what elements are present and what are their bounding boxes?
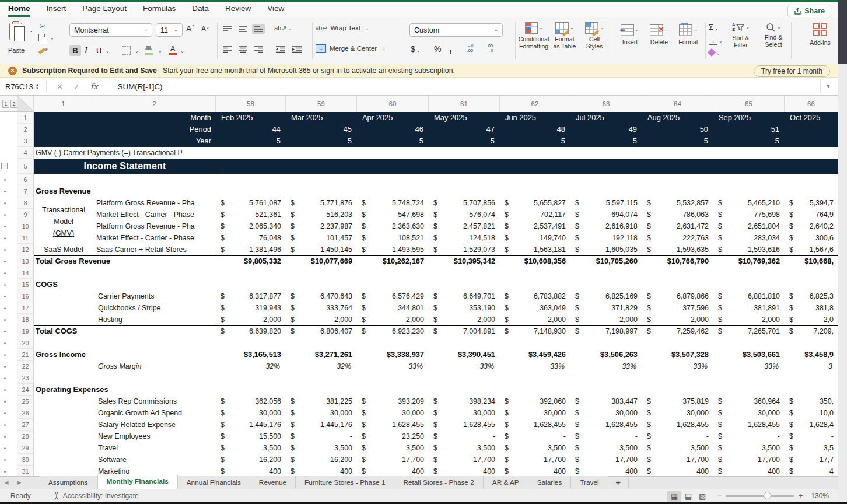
cell[interactable]: Operating Expenses — [34, 384, 209, 396]
zoom-slider[interactable] — [726, 495, 794, 497]
cell[interactable]: $381,225 — [286, 396, 357, 407]
cell[interactable]: Mar 2025 — [286, 112, 357, 124]
cell[interactable]: 50 — [642, 124, 713, 135]
column-header[interactable]: 2 — [93, 96, 216, 112]
cell[interactable]: $17,700 — [570, 454, 642, 466]
cell[interactable]: 5 — [286, 135, 357, 147]
cell[interactable]: $7,198,997 — [570, 326, 642, 337]
menu-formulas[interactable]: Formulas — [143, 2, 176, 17]
cell[interactable]: $392,060 — [500, 396, 570, 407]
cell[interactable]: $333,764 — [286, 302, 357, 314]
cell[interactable]: 33% — [429, 360, 500, 372]
cell[interactable]: $6,639,820 — [216, 326, 286, 337]
cell[interactable] — [785, 124, 838, 135]
column-header[interactable]: 64 — [642, 96, 713, 112]
sheet-tab-ar-ap[interactable]: AR & AP — [484, 476, 528, 489]
cell[interactable]: $381,8 — [785, 302, 838, 314]
cell[interactable]: $1,628,455 — [713, 419, 785, 430]
cell[interactable]: 32% — [216, 360, 286, 372]
cell[interactable]: $192,118 — [570, 232, 642, 244]
cell[interactable]: Oct 2025 — [785, 112, 838, 124]
cell[interactable]: 5 — [642, 135, 713, 147]
cell[interactable]: $375,819 — [642, 396, 713, 407]
cell[interactable]: $3,506,263 — [570, 349, 642, 360]
cell[interactable]: $149,740 — [500, 232, 570, 244]
cell[interactable]: 46 — [357, 124, 429, 135]
clear-button[interactable]: ⌄ — [709, 47, 720, 58]
cell[interactable]: $1,529,073 — [429, 244, 500, 256]
menu-view[interactable]: View — [267, 2, 284, 17]
cell[interactable]: May 2025 — [429, 112, 500, 124]
cell[interactable]: $10,769,362 — [713, 256, 785, 267]
column-header[interactable]: 63 — [570, 96, 642, 112]
cell[interactable]: $6,923,230 — [357, 326, 429, 337]
shrink-font-button[interactable]: A⌄ — [201, 25, 209, 33]
cell[interactable]: $2,000 — [713, 314, 785, 326]
sheet-tab-assumptions[interactable]: Assumptions — [40, 476, 97, 489]
cell[interactable]: $5,465,210 — [713, 197, 785, 209]
cell[interactable]: $350, — [785, 396, 838, 407]
cell[interactable]: $7,209, — [785, 326, 838, 337]
cell[interactable]: $2,363,630 — [357, 220, 429, 232]
row-header[interactable]: 28 — [18, 430, 34, 442]
cell[interactable]: $398,234 — [429, 396, 500, 407]
cell[interactable]: (GMV) — [34, 228, 93, 239]
sheet-tab-travel[interactable]: Travel — [571, 476, 608, 489]
enter-icon[interactable]: ✓ — [74, 82, 80, 91]
cell[interactable]: $5,761,087 — [216, 197, 286, 209]
cell[interactable]: $- — [785, 430, 838, 442]
tab-scroll-right-icon[interactable]: ▶ — [13, 476, 26, 489]
cell[interactable]: 33% — [642, 360, 713, 372]
cell[interactable]: $10,668, — [785, 256, 838, 267]
wrap-text-button[interactable]: ab↩ Wrap Text⌄ — [316, 24, 369, 32]
sheet-tab-monthly-financials[interactable]: Monthly Financials — [97, 474, 178, 489]
row-header[interactable]: 7 — [18, 186, 34, 197]
cell[interactable]: Gross Income — [34, 349, 209, 360]
cell[interactable]: $3,5 — [785, 442, 838, 454]
cell[interactable]: $1,493,595 — [357, 244, 429, 256]
sheet-tab-annual-financials[interactable]: Annual Financials — [178, 476, 250, 489]
cell[interactable]: $1,593,635 — [642, 244, 713, 256]
cell[interactable]: $1,628,455 — [500, 419, 570, 430]
align-top-button[interactable] — [220, 24, 233, 34]
cancel-icon[interactable]: ✕ — [57, 82, 63, 91]
cell[interactable]: Salary Related Expense — [93, 419, 214, 430]
cell[interactable]: Sep 2025 — [713, 112, 785, 124]
grow-font-button[interactable]: A⌃ — [186, 24, 195, 33]
row-header[interactable]: 31 — [18, 466, 34, 476]
format-cells-button[interactable]: ⌄ Format — [676, 24, 701, 46]
cell[interactable]: $2,640,2 — [785, 220, 838, 232]
cell[interactable]: $2,631,472 — [642, 220, 713, 232]
cell[interactable]: $7,265,701 — [713, 326, 785, 337]
row-header[interactable]: 20 — [18, 337, 34, 349]
cell[interactable]: $6,879,866 — [642, 290, 713, 302]
cell[interactable]: $319,943 — [216, 302, 286, 314]
cell[interactable]: Transactional — [34, 204, 93, 216]
cell[interactable]: $10,705,260 — [570, 256, 642, 267]
align-left-button[interactable] — [220, 44, 233, 54]
cell[interactable]: $400 — [713, 466, 785, 476]
align-middle-button[interactable] — [236, 24, 249, 34]
cell[interactable]: $6,317,877 — [216, 290, 286, 302]
cell[interactable]: $2,537,491 — [500, 220, 570, 232]
cell[interactable]: Quickbooks / Stripe — [93, 302, 214, 314]
cell[interactable]: COGS — [34, 279, 209, 290]
menu-data[interactable]: Data — [192, 2, 209, 17]
cell[interactable]: $300,6 — [785, 232, 838, 244]
cell[interactable]: $2,616,918 — [570, 220, 642, 232]
row-header[interactable]: 8 — [18, 197, 34, 209]
cell[interactable]: $400 — [357, 466, 429, 476]
row-header[interactable]: 1 — [18, 112, 34, 124]
cell[interactable]: Jul 2025 — [570, 112, 642, 124]
formula-input[interactable]: =SUM(R[-1]C) — [113, 82, 163, 91]
cell[interactable]: Sales Rep Commissions — [93, 396, 214, 407]
cell[interactable]: $7,148,930 — [500, 326, 570, 337]
cell[interactable]: $30,000 — [357, 407, 429, 419]
cell[interactable]: Market Effect - Carrier - Phase — [93, 209, 214, 220]
cell[interactable]: $17,700 — [713, 454, 785, 466]
copy-icon[interactable]: ⌄ — [38, 34, 47, 44]
cell[interactable]: $516,203 — [286, 209, 357, 220]
number-format-select[interactable]: Custom⌄ — [410, 23, 503, 37]
page-layout-view-icon[interactable]: ▤ — [681, 491, 695, 502]
cell[interactable]: $400 — [570, 466, 642, 476]
